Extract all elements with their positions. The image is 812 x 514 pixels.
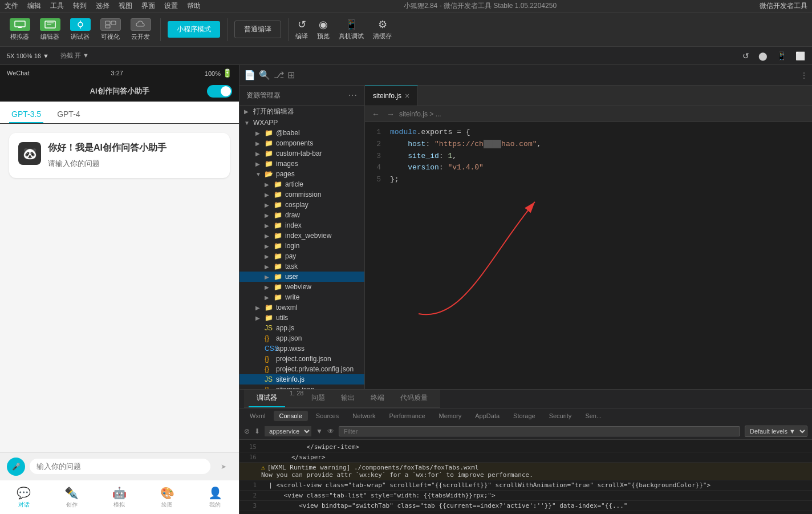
- menu-settings[interactable]: 设置: [164, 1, 178, 11]
- simulator-button[interactable]: 模拟器: [7, 18, 33, 41]
- cloud-button[interactable]: 云开发: [128, 18, 153, 41]
- console-filter-input[interactable]: [339, 426, 740, 436]
- tree-item-index[interactable]: ▶ 📁 index: [239, 220, 364, 230]
- bottom-tab-code-quality[interactable]: 代码质量: [392, 390, 436, 407]
- bottom-tab-issues[interactable]: 问题: [303, 390, 333, 407]
- subtab-storage[interactable]: Storage: [508, 411, 541, 421]
- debugger-button[interactable]: 调试器: [67, 18, 93, 41]
- tree-item-draw[interactable]: ▶ 📁 draw: [239, 210, 364, 220]
- visual-button[interactable]: 可视化: [98, 18, 123, 41]
- subtab-sen[interactable]: Sen...: [579, 411, 607, 421]
- tree-item-article[interactable]: ▶ 📁 article: [239, 179, 364, 189]
- subtab-appdata[interactable]: AppData: [469, 411, 505, 421]
- hotkey-label[interactable]: 热截 开 ▼: [60, 51, 89, 60]
- tree-item-task[interactable]: ▶ 📁 task: [239, 261, 364, 272]
- preview-button[interactable]: ◉ 预览: [317, 18, 330, 41]
- nav-profile[interactable]: 👤 我的: [191, 486, 239, 509]
- tree-item-pay[interactable]: ▶ 📁 pay: [239, 251, 364, 261]
- tree-item-user[interactable]: ▶ 📁 user: [239, 272, 364, 282]
- subtab-sources[interactable]: Sources: [310, 411, 344, 421]
- mic-button[interactable]: 🎤: [7, 458, 25, 476]
- tree-section-open-editors[interactable]: ▶ 打开的编辑器: [239, 106, 364, 118]
- console-clear-btn[interactable]: ⊘: [244, 427, 250, 435]
- console-line-15: 15 </swiper-item>: [239, 442, 812, 452]
- tree-item-appjson[interactable]: {} app.json: [239, 333, 364, 343]
- tree-item-login[interactable]: ▶ 📁 login: [239, 241, 364, 251]
- nav-create[interactable]: ✒️ 创作: [48, 486, 96, 509]
- real-debug-button[interactable]: 📱 真机调试: [339, 18, 364, 41]
- subtab-console[interactable]: Console: [274, 411, 308, 421]
- tab-gpt4[interactable]: GPT-4: [55, 106, 82, 123]
- tree-item-images[interactable]: ▶ 📁 images: [239, 159, 364, 169]
- tree-item-projprivate[interactable]: {} project.private.config.json: [239, 364, 364, 374]
- tree-item-webview[interactable]: ▶ 📁 webview: [239, 282, 364, 292]
- bottom-tab-output[interactable]: 输出: [333, 390, 363, 407]
- subtab-memory[interactable]: Memory: [433, 411, 468, 421]
- refresh-icon[interactable]: ↺: [740, 50, 752, 62]
- chat-input[interactable]: [30, 459, 210, 474]
- device-icon[interactable]: 📱: [774, 50, 789, 62]
- tree-item-utils[interactable]: ▶ 📁 utils: [239, 313, 364, 323]
- nav-simulate[interactable]: 🤖 模拟: [96, 486, 144, 509]
- tree-item-custom-tab-bar[interactable]: ▶ 📁 custom-tab-bar: [239, 148, 364, 159]
- tree-item-sitemap[interactable]: {} sitemap.json: [239, 385, 364, 389]
- console-eye-btn[interactable]: 👁: [327, 427, 334, 435]
- wechat-toggle[interactable]: [207, 85, 232, 98]
- menu-file[interactable]: 文件: [5, 1, 18, 11]
- menu-view[interactable]: 视图: [119, 1, 132, 11]
- nav-draw[interactable]: 🎨 绘图: [143, 486, 191, 509]
- tree-item-towxml[interactable]: ▶ 📁 towxml: [239, 302, 364, 313]
- menu-wechat-dev[interactable]: 微信开发者工具: [760, 1, 807, 11]
- log-level-select[interactable]: Default levels ▼: [745, 426, 807, 437]
- file-icon-btn[interactable]: 📄: [244, 70, 255, 80]
- tab-close-button[interactable]: ×: [405, 92, 409, 100]
- subtab-performance[interactable]: Performance: [384, 411, 431, 421]
- nav-chat[interactable]: 💬 对话: [0, 486, 48, 509]
- tree-item-write[interactable]: ▶ 📁 write: [239, 292, 364, 302]
- subtab-security[interactable]: Security: [543, 411, 578, 421]
- debugger-icon: [70, 18, 91, 31]
- tree-item-projconfig[interactable]: {} project.config.json: [239, 354, 364, 364]
- tree-item-appjs[interactable]: JS app.js: [239, 323, 364, 333]
- tab-gpt35[interactable]: GPT-3.5: [9, 106, 43, 123]
- tree-item-index-webview[interactable]: ▶ 📁 index_webview: [239, 230, 364, 241]
- compile-button[interactable]: ↺ 编译: [295, 18, 308, 41]
- copy-icon[interactable]: ⬜: [793, 50, 807, 62]
- tree-item-babel[interactable]: ▶ 📁 @babel: [239, 128, 364, 138]
- code-editor[interactable]: 1 module.exports = { 2 host: "https://ch…: [365, 122, 812, 389]
- nav-back-button[interactable]: ←: [370, 108, 382, 120]
- tree-item-commission[interactable]: ▶ 📁 commission: [239, 189, 364, 200]
- editor-tab-siteinfo[interactable]: siteinfo.js ×: [365, 86, 418, 106]
- tree-item-siteinfo[interactable]: JS siteinfo.js: [239, 374, 364, 385]
- service-select[interactable]: appservice: [265, 426, 311, 436]
- menu-tools[interactable]: 工具: [50, 1, 64, 11]
- menu-edit[interactable]: 编辑: [27, 1, 41, 11]
- send-button[interactable]: ➤: [215, 458, 232, 475]
- zoom-control[interactable]: 5X 100% 16 ▼: [5, 51, 51, 60]
- tree-item-components[interactable]: ▶ 📁 components: [239, 138, 364, 148]
- ide-toolbar-menu[interactable]: ⋮: [801, 71, 807, 79]
- stop-icon[interactable]: ⬤: [756, 50, 770, 62]
- subtab-wxml[interactable]: Wxml: [244, 411, 271, 421]
- miniprogram-mode-button[interactable]: 小程序模式: [168, 21, 220, 38]
- tree-section-wxapp[interactable]: ▼ WXAPP: [239, 118, 364, 128]
- console-toggle-btn[interactable]: ⬇: [254, 427, 260, 435]
- subtab-network[interactable]: Network: [347, 411, 381, 421]
- tree-item-cosplay[interactable]: ▶ 📁 cosplay: [239, 200, 364, 210]
- git-icon-btn[interactable]: ⎇: [274, 70, 284, 80]
- bottom-tab-terminal[interactable]: 终端: [363, 390, 392, 407]
- bottom-tab-debugger[interactable]: 调试器: [249, 390, 285, 407]
- compile-mode-button[interactable]: 普通编译: [234, 21, 281, 38]
- nav-forward-button[interactable]: →: [384, 108, 397, 120]
- menu-goto[interactable]: 转到: [73, 1, 87, 11]
- clear-cache-button[interactable]: ⚙ 清缓存: [373, 18, 392, 41]
- editor-button[interactable]: 编辑器: [37, 18, 63, 41]
- search-icon-btn[interactable]: 🔍: [259, 70, 270, 80]
- tree-item-appwxss[interactable]: CSS app.wxss: [239, 343, 364, 354]
- tree-item-pages[interactable]: ▼ 📂 pages: [239, 169, 364, 179]
- split-icon-btn[interactable]: ⊞: [287, 70, 295, 80]
- file-tree-menu[interactable]: ···: [348, 90, 358, 100]
- menu-interface[interactable]: 界面: [141, 1, 155, 11]
- menu-help[interactable]: 帮助: [187, 1, 201, 11]
- menu-select[interactable]: 选择: [96, 1, 109, 11]
